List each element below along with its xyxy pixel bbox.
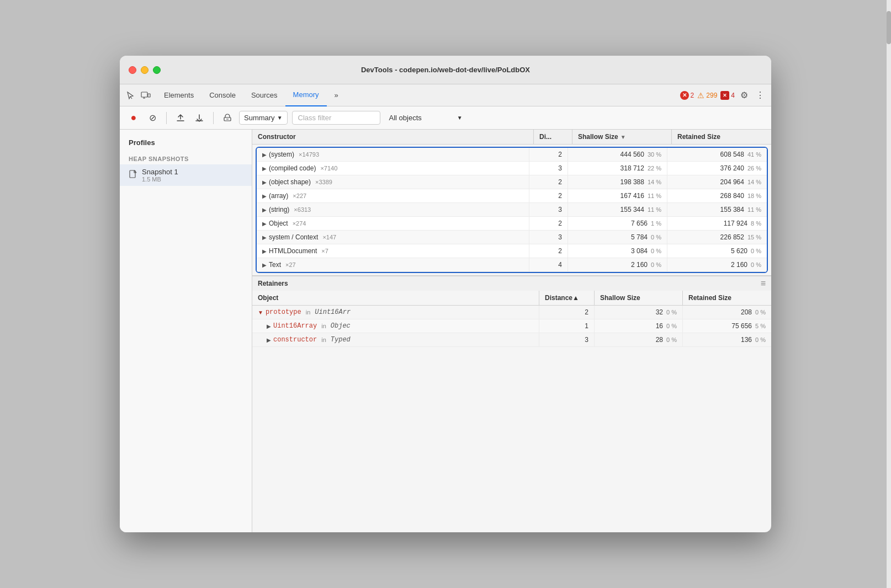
th-ret-shallow[interactable]: Shallow Size xyxy=(595,291,683,305)
devtools-window: DevTools - codepen.io/web-dot-dev/live/P… xyxy=(120,56,771,532)
clear-button[interactable] xyxy=(220,111,235,125)
traffic-lights xyxy=(129,66,161,74)
table-row[interactable]: ▶ (array) ×227 2 167 416 11 % 268 840 18… xyxy=(257,189,767,203)
retainer-row[interactable]: ▶ constructor in Typed 3 28 0 % 136 0 % xyxy=(252,333,771,347)
maximize-button[interactable] xyxy=(153,66,161,74)
tab-more[interactable]: » xyxy=(327,84,346,106)
expand-icon[interactable]: ▶ xyxy=(262,193,267,199)
sidebar: Profiles HEAP SNAPSHOTS Snapshot 1 1.5 M… xyxy=(120,130,252,532)
toolbar-separator-1 xyxy=(166,112,167,124)
title-bar: DevTools - codepen.io/web-dot-dev/live/P… xyxy=(120,56,771,84)
minimize-button[interactable] xyxy=(141,66,148,74)
table-row[interactable]: ▶ Text ×27 4 2 160 0 % 2 160 0 % xyxy=(257,258,767,272)
expand-icon[interactable]: ▶ xyxy=(262,262,267,268)
retainer-row[interactable]: ▶ Uint16Array in Objec 1 16 0 % 75 656 5… xyxy=(252,319,771,333)
download-button[interactable] xyxy=(192,111,206,125)
tab-sources[interactable]: Sources xyxy=(243,84,285,106)
retainers-header: Retainers ≡ xyxy=(252,276,771,291)
table-row[interactable]: ▶ Object ×274 2 7 656 1 % 117 924 8 % xyxy=(257,217,767,231)
error-icon: ✕ xyxy=(680,91,689,100)
record-button[interactable]: ● xyxy=(126,111,141,125)
nav-right: ✕ 2 ⚠ 299 ✕ 4 ⚙ ⋮ xyxy=(680,90,767,100)
retainers-table-header: Object Distance▲ Shallow Size Retained S… xyxy=(252,291,771,306)
stop-button[interactable]: ⊘ xyxy=(145,111,160,125)
toolbar-separator-2 xyxy=(213,112,214,124)
constructor-table-header: Constructor Di... Shallow Size ▼ Retaine… xyxy=(252,130,771,145)
expand-icon[interactable]: ▶ xyxy=(262,152,267,158)
snapshot-name: Snapshot 1 xyxy=(142,168,243,176)
settings-icon[interactable]: ⚙ xyxy=(738,90,750,100)
expand-icon[interactable]: ▶ xyxy=(262,179,267,185)
expand-icon[interactable]: ▼ xyxy=(258,309,263,316)
more-options-icon[interactable]: ⋮ xyxy=(754,90,767,100)
cursor-icon[interactable] xyxy=(124,89,136,101)
snapshot-size: 1.5 MB xyxy=(142,176,243,183)
chevron-down-icon: ▼ xyxy=(277,115,283,121)
nav-icons-group xyxy=(124,89,152,101)
warning-badge[interactable]: ⚠ 299 xyxy=(697,91,717,100)
th-shallow-size[interactable]: Shallow Size ▼ xyxy=(572,130,672,144)
expand-icon[interactable]: ▶ xyxy=(267,323,271,329)
snapshot-icon xyxy=(129,170,137,180)
error-badge[interactable]: ✕ 2 xyxy=(680,91,694,100)
class-filter-input[interactable] xyxy=(292,111,380,125)
svg-rect-1 xyxy=(148,94,150,97)
device-icon[interactable] xyxy=(140,89,152,101)
toolbar: ● ⊘ Summary ▼ xyxy=(120,106,771,130)
retainer-row[interactable]: ▼ prototype in Uint16Arr 2 32 0 % 208 0 … xyxy=(252,306,771,319)
table-row[interactable]: ▶ (string) ×6313 3 155 344 11 % 155 384 … xyxy=(257,203,767,217)
close-button[interactable] xyxy=(129,66,136,74)
main-content: Profiles HEAP SNAPSHOTS Snapshot 1 1.5 M… xyxy=(120,130,771,532)
window-title: DevTools - codepen.io/web-dot-dev/live/P… xyxy=(361,66,530,74)
tab-elements[interactable]: Elements xyxy=(156,84,201,106)
expand-icon[interactable]: ▶ xyxy=(262,207,267,213)
table-row[interactable]: ▶ (object shape) ×3389 2 198 388 14 % 20… xyxy=(257,175,767,189)
retainers-scroll[interactable]: ≡ xyxy=(761,279,766,288)
devtools-navbar: Elements Console Sources Memory » ✕ 2 ⚠ … xyxy=(120,84,771,106)
table-row[interactable]: ▶ (compiled code) ×7140 3 318 712 22 % 3… xyxy=(257,162,767,175)
profiles-title: Profiles xyxy=(120,136,252,151)
expand-icon[interactable]: ▶ xyxy=(262,234,267,240)
table-row[interactable]: ▶ (system) ×14793 2 444 560 30 % 608 548… xyxy=(257,148,767,162)
svg-rect-0 xyxy=(141,92,147,97)
heap-snapshots-label: HEAP SNAPSHOTS xyxy=(120,151,252,164)
content-area: Constructor Di... Shallow Size ▼ Retaine… xyxy=(252,130,771,532)
info-icon: ✕ xyxy=(720,91,729,100)
chevron-down-icon-2: ▼ xyxy=(457,115,463,121)
sort-arrow-shallow: ▼ xyxy=(620,134,626,140)
nav-tabs: Elements Console Sources Memory » xyxy=(156,84,680,106)
th-ret-retained[interactable]: Retained Size xyxy=(683,291,771,305)
th-ret-object: Object xyxy=(252,291,539,305)
info-badge[interactable]: ✕ 4 xyxy=(720,91,735,100)
snapshot-content: Snapshot 1 1.5 MB xyxy=(142,168,243,183)
constructor-highlighted-section: ▶ (system) ×14793 2 444 560 30 % 608 548… xyxy=(256,147,768,273)
all-objects-select[interactable]: All objects ▼ xyxy=(389,114,463,122)
tab-console[interactable]: Console xyxy=(201,84,243,106)
expand-icon[interactable]: ▶ xyxy=(262,248,267,254)
expand-icon[interactable]: ▶ xyxy=(267,337,271,343)
expand-icon[interactable]: ▶ xyxy=(262,221,267,227)
summary-select[interactable]: Summary ▼ xyxy=(239,111,288,125)
retainers-section: Retainers ≡ Object Distance▲ Shallow Siz… xyxy=(252,275,771,347)
table-row[interactable]: ▶ system / Context ×147 3 5 784 0 % 226 … xyxy=(257,231,767,244)
th-ret-distance[interactable]: Distance▲ xyxy=(539,291,595,305)
upload-button[interactable] xyxy=(173,111,188,125)
expand-icon[interactable]: ▶ xyxy=(262,165,267,172)
table-row[interactable]: ▶ HTMLDocument ×7 2 3 084 0 % 5 620 0 % xyxy=(257,244,767,258)
th-retained-size[interactable]: Retained Size xyxy=(672,130,771,144)
snapshot-item[interactable]: Snapshot 1 1.5 MB xyxy=(120,164,252,186)
th-constructor: Constructor xyxy=(252,130,534,144)
tab-memory[interactable]: Memory xyxy=(285,84,327,106)
th-distance: Di... xyxy=(534,130,572,144)
